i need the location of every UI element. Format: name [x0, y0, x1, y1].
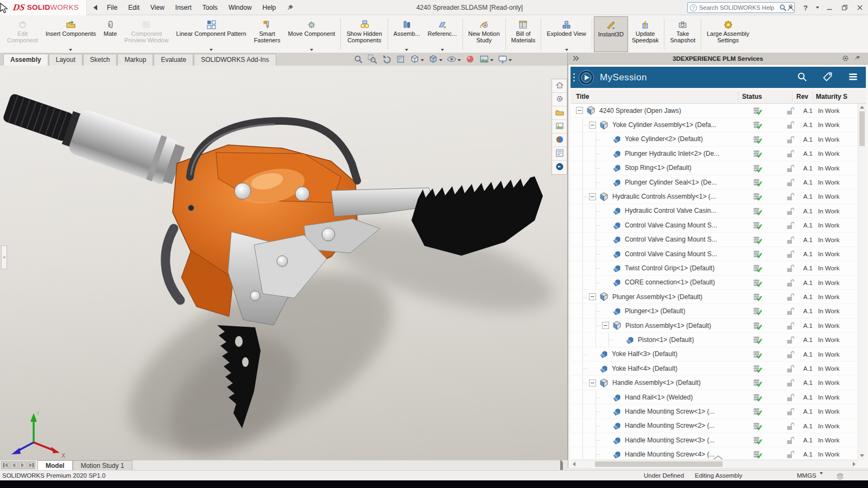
- ribbon-button-take-snapshot[interactable]: Take Snapshot: [666, 16, 699, 52]
- tree-row[interactable]: Hand Rail<1> (Welded)A.1In Work: [571, 390, 858, 404]
- taskpane-tab-3dexperience[interactable]: [552, 161, 567, 174]
- component-title[interactable]: Control Valve Casing Mount S...: [625, 221, 717, 229]
- menu-insert[interactable]: Insert: [170, 4, 197, 11]
- zoom-fit-button[interactable]: [352, 54, 365, 66]
- tree-row[interactable]: Handle Mounting Screw<3> (...A.1In Work: [571, 433, 858, 447]
- column-maturity[interactable]: Maturity S: [816, 93, 847, 100]
- dropdown-caret[interactable]: [69, 49, 72, 51]
- feature-tree-splitter[interactable]: [1, 245, 7, 269]
- ribbon-button-large-assembly-settings[interactable]: Large Assembly Settings: [703, 16, 753, 52]
- collapse-toggle-icon[interactable]: [589, 193, 596, 200]
- component-title[interactable]: Twist Control Grip<1> (Default): [625, 264, 714, 272]
- component-title[interactable]: Yoke Half<3> (Default): [612, 350, 677, 358]
- tree-horizontal-scrollbar[interactable]: [571, 460, 858, 468]
- collapse-toggle-icon[interactable]: [602, 322, 609, 329]
- component-title[interactable]: Piston<1> (Default): [638, 336, 694, 344]
- right-jaw[interactable]: [411, 176, 543, 256]
- view-settings-button[interactable]: [496, 54, 514, 66]
- apply-scene-button[interactable]: [478, 54, 495, 66]
- component-title[interactable]: CORE connection<1> (Default): [625, 278, 715, 286]
- first-study-icon[interactable]: [1, 461, 9, 469]
- menu-help[interactable]: Help: [257, 4, 282, 11]
- tree-row[interactable]: Twist Control Grip<1> (Default)A.1In Wor…: [571, 261, 858, 275]
- component-title[interactable]: Control Valve Casing Mount S...: [625, 236, 717, 243]
- menu-view[interactable]: View: [145, 4, 170, 11]
- ribbon-button-linear-component-pattern[interactable]: Linear Component Pattern: [173, 16, 250, 52]
- tree-row[interactable]: Hydraulic Control Valve Casin...A.1In Wo…: [571, 204, 858, 218]
- tab-solidworks-add-ins[interactable]: SOLIDWORKS Add-Ins: [194, 54, 276, 66]
- ribbon-button-exploded-view[interactable]: Exploded View: [543, 16, 590, 52]
- tree-row[interactable]: Handle Mounting Screw<1> (...A.1In Work: [571, 404, 858, 419]
- taskpane-tab-custom-properties[interactable]: [552, 147, 567, 161]
- ribbon-button-bill-of-materials[interactable]: Bill of Materials: [508, 16, 540, 52]
- dropdown-caret[interactable]: [310, 49, 313, 51]
- tree-row[interactable]: Yoke Half<4> (Default)A.1In Work: [571, 362, 858, 376]
- taskpane-tab-view-palette[interactable]: [552, 120, 567, 134]
- session-search-icon[interactable]: [789, 72, 815, 84]
- minimize-button[interactable]: [825, 3, 834, 12]
- dropdown-caret[interactable]: [490, 59, 493, 61]
- edit-appearance-button[interactable]: [464, 54, 477, 66]
- tree-row[interactable]: 4240 Spreader (Open Jaws)A.1In Work: [571, 104, 858, 118]
- user-account-icon[interactable]: [785, 3, 795, 12]
- tree-row[interactable]: Plunger<1> (Default)A.1In Work: [571, 304, 858, 318]
- tree-row[interactable]: Control Valve Casing Mount S...A.1In Wor…: [571, 247, 858, 261]
- dropdown-caret[interactable]: [405, 49, 408, 51]
- tree-row[interactable]: Plunger Assembly<1> (Default)A.1In Work: [571, 290, 858, 304]
- collapse-toggle-icon[interactable]: [589, 379, 596, 386]
- ribbon-button-show-hidden-components[interactable]: Show Hidden Components: [343, 16, 385, 52]
- component-title[interactable]: Yoke Cylinder Assembly<1> (Defa...: [612, 121, 717, 129]
- dropdown-caret[interactable]: [421, 59, 424, 61]
- tree-row[interactable]: Handle Assembly<1> (Default)A.1In Work: [571, 376, 858, 390]
- component-title[interactable]: Yoke Half<4> (Default): [612, 365, 677, 372]
- section-view-button[interactable]: [394, 54, 407, 66]
- tag-icon[interactable]: [815, 72, 840, 84]
- component-title[interactable]: 4240 Spreader (Open Jaws): [599, 107, 681, 115]
- taskpane-tab-home[interactable]: [552, 79, 567, 93]
- close-button[interactable]: [855, 3, 865, 12]
- tree-row[interactable]: Piston Assembly<1> (Default)A.1In Work: [571, 319, 858, 333]
- vertical-scroll-thumb[interactable]: [859, 111, 865, 146]
- horizontal-scroll-thumb[interactable]: [595, 461, 723, 467]
- column-rev[interactable]: Rev: [796, 93, 808, 100]
- hamburger-menu-icon[interactable]: [840, 72, 866, 84]
- collapse-toggle-icon[interactable]: [589, 122, 596, 129]
- component-title[interactable]: Hand Rail<1> (Welded): [625, 394, 693, 401]
- ribbon-button-instant3d[interactable]: Instant3D: [594, 16, 628, 52]
- tab-evaluate[interactable]: Evaluate: [154, 54, 193, 66]
- dropdown-caret[interactable]: [441, 49, 444, 51]
- pin-menu-icon[interactable]: [287, 4, 294, 11]
- tree-row[interactable]: Plunger Cylinder Seal<1> (De...A.1In Wor…: [571, 175, 858, 189]
- display-style-button[interactable]: [427, 54, 444, 66]
- zoom-area-button[interactable]: [366, 54, 379, 66]
- tree-row[interactable]: Stop Ring<1> (Default)A.1In Work: [571, 161, 858, 175]
- tab-layout[interactable]: Layout: [49, 54, 83, 66]
- component-title[interactable]: Hydraulic Control Valve Casin...: [625, 207, 717, 214]
- last-study-icon[interactable]: [27, 461, 35, 469]
- column-title[interactable]: Title: [576, 93, 589, 100]
- tree-row[interactable]: Handle Mounting Screw<2> (...A.1In Work: [571, 419, 858, 433]
- ribbon-button-insert-components[interactable]: Insert Components: [42, 16, 100, 52]
- help-search-input[interactable]: [699, 4, 779, 11]
- ribbon-button-new-motion-study[interactable]: New Motion Study: [465, 16, 504, 52]
- scroll-down-icon[interactable]: [858, 452, 866, 459]
- menu-tools[interactable]: Tools: [197, 4, 223, 11]
- component-title[interactable]: Yoke Cylinder<2> (Default): [625, 135, 703, 143]
- tab-markup[interactable]: Markup: [117, 54, 153, 66]
- component-title[interactable]: Handle Mounting Screw<1> (...: [625, 408, 714, 415]
- tree-row[interactable]: Yoke Cylinder<2> (Default)A.1In Work: [571, 132, 858, 147]
- collapse-toggle-icon[interactable]: [576, 107, 583, 114]
- taskpane-tab-appearances[interactable]: [552, 134, 567, 147]
- dropdown-caret[interactable]: [509, 59, 512, 61]
- dropdown-caret[interactable]: [565, 49, 568, 51]
- ribbon-button-assemb[interactable]: Assemb...: [390, 16, 424, 52]
- component-title[interactable]: Plunger Hydraulic Inlet<2> (De...: [625, 150, 719, 157]
- component-title[interactable]: Handle Mounting Screw<2> (...: [625, 422, 714, 429]
- tab-sketch[interactable]: Sketch: [83, 54, 117, 66]
- menu-window[interactable]: Window: [223, 4, 257, 11]
- component-title[interactable]: Piston Assembly<1> (Default): [625, 322, 711, 329]
- tree-row[interactable]: Hydraulic Controls Assembly<1> (...A.1In…: [571, 189, 858, 204]
- ribbon-button-smart-fasteners[interactable]: Smart Fasteners: [250, 16, 284, 52]
- component-title[interactable]: Stop Ring<1> (Default): [625, 164, 692, 172]
- component-title[interactable]: Hydraulic Controls Assembly<1> (...: [612, 193, 716, 200]
